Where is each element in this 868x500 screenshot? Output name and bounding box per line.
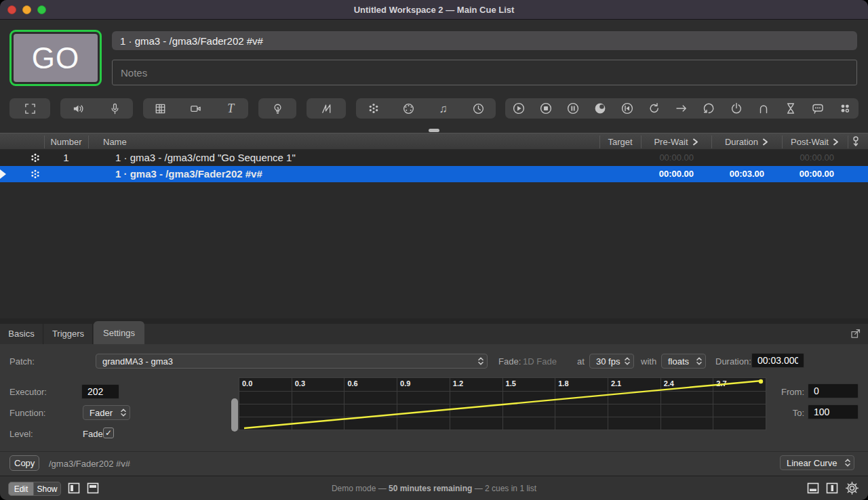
disarm-cue-icon[interactable] [728, 100, 745, 117]
curve-shape-select[interactable]: Linear Curve [780, 455, 854, 470]
osc-message-text: /gma3/Fader202 #v# [49, 459, 130, 469]
cue-pre-wait: 00:00.00 [641, 150, 694, 166]
midi-file-cue-icon[interactable]: ♫ [435, 100, 452, 117]
copy-button[interactable]: Copy [9, 455, 39, 471]
start-cue-icon[interactable] [510, 100, 528, 117]
level-fade-checkbox[interactable]: ✓ [103, 428, 114, 438]
devamp-cue-icon[interactable] [700, 100, 717, 117]
level-fade-label: Fade [83, 429, 103, 439]
timecode-cue-icon[interactable] [469, 100, 487, 117]
playhead-indicator [0, 169, 6, 179]
from-label: From: [778, 387, 804, 397]
chevron-up-down-icon [696, 356, 703, 366]
toggle-top-panel-icon[interactable] [87, 482, 99, 494]
chevron-up-down-icon [844, 458, 851, 467]
fade-cue-icon[interactable] [317, 100, 335, 117]
video-cue-icon[interactable] [152, 100, 170, 117]
toolbar-group-control [505, 98, 859, 119]
toolbar-group-network-midi: ♫ [356, 98, 496, 119]
stop-cue-icon[interactable] [537, 100, 555, 117]
toolbar-group-audio [60, 98, 133, 119]
fps-select[interactable]: 30 fps [589, 354, 634, 369]
cue-list-header: Number Name Target Pre-Wait Duration Pos… [0, 133, 868, 150]
with-label: with [641, 356, 656, 367]
notes-field[interactable] [112, 60, 857, 85]
chevron-up-down-icon [477, 356, 484, 366]
fade-type-value: 1D Fade [523, 356, 557, 367]
fade-curve-line[interactable] [239, 378, 766, 430]
go-button[interactable]: GO [9, 30, 102, 86]
toggle-left-sidebar-icon[interactable] [68, 482, 80, 494]
patch-select[interactable]: grandMA3 - gma3 [96, 354, 488, 369]
cue-pre-wait: 00:00.00 [641, 166, 694, 182]
column-header-target[interactable]: Target [599, 133, 641, 150]
chevron-up-down-icon [120, 408, 127, 417]
fade-curve-graph[interactable]: 0.0 0.3 0.6 0.9 1.2 1.5 1.8 2.1 2.4 2.7 [239, 377, 766, 430]
selected-cue-name-field[interactable] [112, 31, 857, 50]
from-field[interactable] [808, 383, 859, 398]
wait-cue-icon[interactable] [782, 100, 800, 117]
toggle-right-sidebar-icon[interactable] [826, 482, 838, 494]
audio-cue-icon[interactable] [70, 100, 87, 117]
reset-cue-icon[interactable] [646, 100, 663, 117]
cue-number: 1 [44, 150, 88, 166]
demo-status-text: Demo mode — 50 minutes remaining — 2 cue… [0, 476, 868, 500]
show-mode-button[interactable]: Show [34, 482, 61, 496]
executor-field[interactable] [81, 384, 119, 399]
pause-cue-icon[interactable] [564, 100, 582, 117]
qlab-workspace-window: Untitled Workspace 2 — Main Cue List GO … [0, 0, 868, 500]
go-button-label: GO [14, 34, 98, 82]
cue-duration: 00:03.00 [711, 166, 764, 182]
midi-cue-icon[interactable] [399, 100, 417, 117]
cue-row-1[interactable]: 1 1 · gma3 - /gma3/cmd "Go Sequence 1" 0… [0, 150, 868, 166]
graph-vertical-scrollbar[interactable] [231, 398, 238, 432]
cue-list-empty-area[interactable] [0, 182, 868, 318]
executor-label: Executor: [9, 387, 47, 397]
cue-name: 1 · gma3 - /gma3/cmd "Go Sequence 1" [115, 150, 296, 166]
tab-basics[interactable]: Basics [0, 324, 43, 344]
column-header-post-wait[interactable]: Post-Wait [782, 133, 848, 150]
column-header-pre-wait[interactable]: Pre-Wait [641, 133, 711, 150]
duration-field[interactable] [751, 353, 804, 368]
cue-cart-icon[interactable] [836, 100, 854, 117]
arm-cue-icon[interactable] [755, 100, 772, 117]
network-cue-icon [30, 169, 41, 182]
column-header-number[interactable]: Number [44, 133, 88, 150]
function-select[interactable]: Fader [83, 405, 130, 420]
network-cue-icon [30, 152, 41, 165]
mic-cue-icon[interactable] [106, 100, 123, 117]
continue-mode-icon[interactable] [851, 133, 868, 150]
status-bar: Demo mode — 50 minutes remaining — 2 cue… [0, 476, 868, 500]
fade-out-cue-icon[interactable] [591, 100, 609, 117]
cue-row-2-selected[interactable]: 1 · gma3 - /gma3/Fader202 #v# 00:00.00 0… [0, 166, 868, 182]
cue-name: 1 · gma3 - /gma3/Fader202 #v# [115, 166, 262, 182]
cue-post-wait: 00:00.00 [782, 150, 834, 166]
load-cue-icon[interactable] [618, 100, 636, 117]
group-cue-icon[interactable] [21, 100, 39, 117]
toolbar-splitter-handle[interactable] [429, 129, 439, 132]
edit-mode-button[interactable]: Edit [8, 482, 34, 496]
inspector-tab-bar: Basics Triggers Settings [0, 324, 868, 344]
text-cue-icon[interactable]: T [222, 100, 239, 117]
at-label: at [577, 356, 585, 367]
cue-duration [711, 150, 764, 166]
column-header-name[interactable]: Name [103, 133, 127, 150]
popout-inspector-icon[interactable] [850, 328, 861, 342]
toolbar-group-1 [9, 98, 50, 119]
toggle-bottom-panel-icon[interactable] [807, 482, 819, 494]
gear-icon[interactable] [845, 481, 859, 498]
osc-message-row: Copy /gma3/Fader202 #v# Linear Curve [0, 451, 868, 476]
network-cue-icon[interactable] [365, 100, 382, 117]
title-bar: Untitled Workspace 2 — Main Cue List [0, 0, 868, 20]
script-cue-icon[interactable] [809, 100, 827, 117]
tab-settings[interactable]: Settings [94, 321, 144, 344]
column-header-duration[interactable]: Duration [711, 133, 782, 150]
to-field[interactable] [808, 404, 859, 419]
light-cue-icon[interactable] [269, 100, 286, 117]
goto-cue-icon[interactable] [673, 100, 690, 117]
function-label: Function: [9, 408, 45, 418]
tab-triggers[interactable]: Triggers [44, 324, 93, 344]
format-select[interactable]: floats [661, 354, 706, 369]
camera-cue-icon[interactable] [186, 100, 204, 117]
cue-number [44, 166, 88, 182]
